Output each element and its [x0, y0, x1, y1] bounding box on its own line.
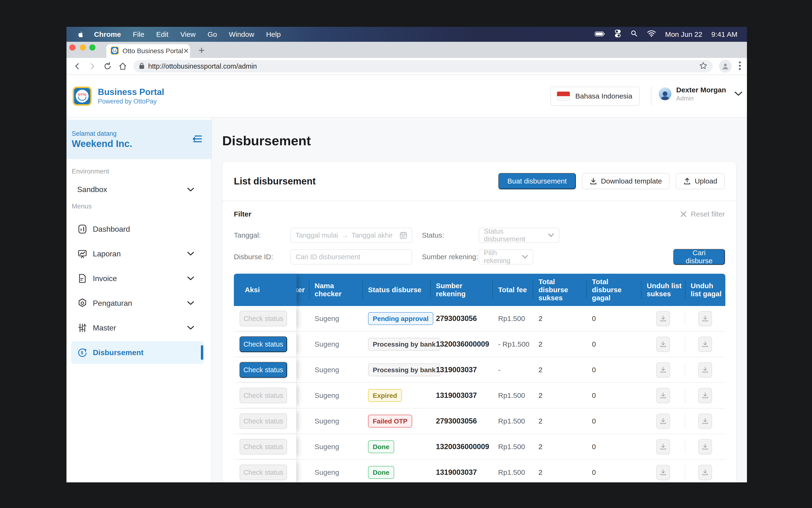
- card-title: List disbursement: [234, 176, 316, 186]
- menu-edit[interactable]: Edit: [156, 30, 169, 38]
- user-menu[interactable]: Dexter Morgan Admin: [658, 85, 743, 102]
- download-failed-button[interactable]: [698, 337, 712, 352]
- gagal-cell: 0: [586, 332, 641, 357]
- download-success-button[interactable]: [656, 311, 670, 326]
- browser-profile-icon[interactable]: [719, 60, 732, 73]
- check-status-button[interactable]: Check status: [240, 388, 287, 403]
- sidebar-item-label: Laporan: [93, 250, 121, 258]
- check-status-button[interactable]: Check status: [240, 362, 287, 378]
- checker-name: Sugeng: [314, 314, 339, 323]
- download-success-button[interactable]: [656, 388, 670, 403]
- minimize-window-button[interactable]: [80, 44, 86, 50]
- sidebar-item-master[interactable]: Master: [67, 315, 211, 340]
- maker-cell: [297, 306, 309, 331]
- menu-file[interactable]: File: [133, 30, 144, 38]
- fee-cell: Rp1.500: [493, 383, 533, 408]
- total-fee: Rp1.500: [498, 443, 525, 451]
- menu-go[interactable]: Go: [208, 30, 217, 38]
- status-select[interactable]: Status disbursement: [479, 228, 559, 243]
- action-cell: Check status: [234, 357, 297, 382]
- sidebar-item-dashboard[interactable]: Dashboard: [67, 217, 211, 242]
- download-icon: [590, 177, 597, 185]
- new-tab-button[interactable]: +: [199, 45, 205, 55]
- zoom-window-button[interactable]: [89, 44, 95, 50]
- address-bar[interactable]: http://ottobusinessportal.com/admin: [133, 60, 713, 72]
- reset-filter-button[interactable]: Reset filter: [680, 210, 725, 218]
- fee-cell: Rp1.500: [493, 460, 533, 482]
- back-button[interactable]: [73, 62, 82, 71]
- check-status-button[interactable]: Check status: [240, 413, 287, 429]
- upload-button[interactable]: Upload: [676, 173, 725, 189]
- download-success-button[interactable]: [656, 439, 670, 454]
- url-text: http://ottobusinessportal.com/admin: [148, 62, 257, 70]
- page-title: Disbursement: [222, 133, 747, 149]
- search-disburse-button[interactable]: Cari disburse: [673, 249, 725, 265]
- rekening-select[interactable]: Pilih rekening: [479, 249, 533, 264]
- check-status-button[interactable]: Check status: [240, 311, 287, 326]
- tab-close-icon[interactable]: ✕: [183, 47, 189, 55]
- control-center-icon[interactable]: [614, 30, 621, 39]
- download-failed-button[interactable]: [698, 439, 712, 454]
- status-badge: Done: [368, 466, 394, 479]
- report-icon: [77, 249, 88, 259]
- sidebar-item-label: Invoice: [93, 274, 117, 283]
- reset-filter-label: Reset filter: [691, 210, 725, 218]
- check-status-button[interactable]: Check status: [240, 465, 287, 480]
- close-window-button[interactable]: [69, 44, 76, 50]
- create-disbursement-button[interactable]: Buat disbursement: [498, 173, 576, 189]
- rekening-cell: 1320036000009: [430, 434, 493, 459]
- menu-items: Chrome File Edit View Go Window Help: [94, 30, 281, 38]
- fee-cell: -: [493, 357, 533, 382]
- header-total-disburse-sukses: Total disburse sukses: [533, 274, 586, 306]
- wifi-icon[interactable]: [647, 30, 656, 39]
- download-failed-button[interactable]: [698, 362, 712, 377]
- menu-help[interactable]: Help: [266, 30, 281, 38]
- download-success-button[interactable]: [656, 337, 670, 352]
- rekening-cell: 2793003056: [430, 306, 493, 331]
- environment-select[interactable]: Sandbox: [67, 185, 211, 194]
- menu-view[interactable]: View: [180, 30, 196, 38]
- download-failed-button[interactable]: [698, 414, 712, 429]
- status-badge: Failed OTP: [368, 415, 412, 427]
- download-success-button[interactable]: [656, 465, 670, 480]
- download-failed-button[interactable]: [698, 465, 712, 480]
- spotlight-search-icon[interactable]: [630, 30, 638, 39]
- menu-chrome[interactable]: Chrome: [94, 30, 121, 38]
- download-failed-button[interactable]: [698, 311, 712, 326]
- dashboard-icon: [77, 224, 88, 234]
- sukses-cell: 2: [533, 434, 586, 459]
- sidebar-item-pengaturan[interactable]: Pengaturan: [67, 291, 211, 315]
- sidebar-item-laporan[interactable]: Laporan: [67, 242, 211, 266]
- reload-button[interactable]: [103, 62, 112, 71]
- browser-menu-icon[interactable]: [738, 60, 741, 72]
- date-range-input[interactable]: Tanggal mulai → Tanggal akhir: [290, 228, 412, 243]
- check-status-button[interactable]: Check status: [240, 439, 287, 455]
- battery-icon[interactable]: [595, 30, 605, 38]
- check-status-button[interactable]: Check status: [240, 336, 287, 352]
- sidebar-item-invoice[interactable]: Invoice: [67, 266, 211, 291]
- rekening-number: 1319003037: [436, 366, 477, 374]
- maker-cell: [297, 383, 309, 408]
- collapse-sidebar-icon[interactable]: [192, 133, 203, 145]
- checker-name: Sugeng: [314, 468, 339, 476]
- checker-name: Sugeng: [314, 366, 339, 374]
- download-failed-button[interactable]: [698, 388, 712, 403]
- download-success-button[interactable]: [656, 414, 670, 429]
- browser-tab[interactable]: Otto Business Portal ✕: [106, 44, 190, 58]
- home-button[interactable]: [118, 62, 127, 71]
- language-button[interactable]: Bahasa Indonesia: [551, 87, 640, 105]
- total-disburse-sukses: 2: [539, 366, 543, 374]
- sidebar-item-disbursement[interactable]: $ Disbursement: [71, 341, 204, 364]
- download-template-button[interactable]: Download template: [582, 173, 670, 189]
- download-success-button[interactable]: [656, 362, 670, 377]
- invoice-icon: [77, 273, 88, 284]
- menu-window[interactable]: Window: [229, 30, 254, 38]
- total-disburse-gagal: 0: [592, 314, 596, 323]
- environment-label: Environment: [67, 168, 211, 175]
- disburse-id-input[interactable]: [290, 249, 412, 264]
- action-cell: Check status: [234, 409, 297, 434]
- bookmark-star-icon[interactable]: [699, 61, 708, 71]
- disburse-id-label: Disburse ID:: [234, 253, 290, 261]
- forward-button[interactable]: [88, 62, 97, 71]
- apple-icon[interactable]: [77, 31, 85, 38]
